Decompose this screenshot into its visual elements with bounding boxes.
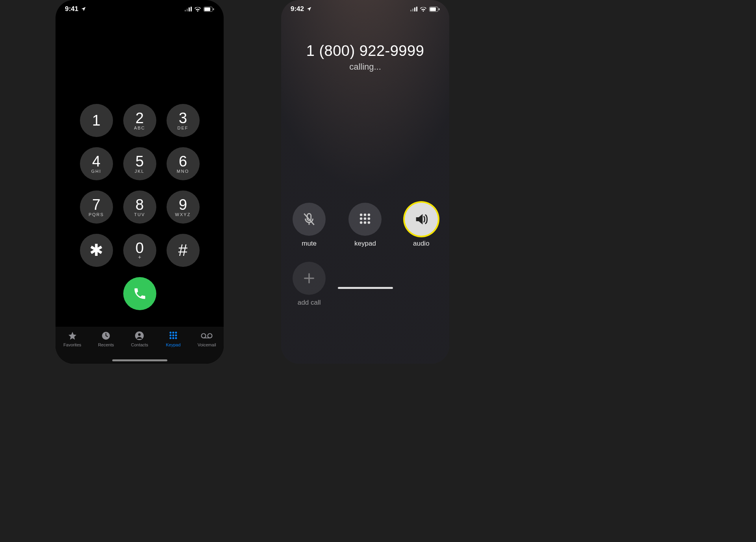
svg-point-19	[202, 334, 206, 338]
tab-label: Keypad	[166, 342, 180, 347]
call-status: calling...	[281, 62, 449, 72]
svg-rect-0	[185, 10, 186, 11]
svg-rect-6	[213, 8, 214, 10]
star-icon	[67, 331, 78, 341]
svg-point-11	[172, 332, 174, 334]
phone-icon	[133, 287, 147, 301]
key-0[interactable]: 0+	[123, 234, 156, 267]
svg-point-16	[169, 337, 171, 339]
location-icon	[81, 6, 86, 12]
svg-point-32	[360, 213, 363, 216]
svg-point-9	[138, 333, 141, 336]
status-bar: 9:42	[281, 0, 449, 18]
svg-point-38	[360, 221, 363, 224]
key-star[interactable]: ✱	[80, 234, 113, 267]
mute-button[interactable]: mute	[293, 203, 326, 248]
tab-voicemail[interactable]: Voicemail	[193, 331, 220, 347]
svg-rect-22	[410, 10, 411, 11]
home-indicator[interactable]	[112, 359, 167, 361]
svg-rect-27	[430, 7, 436, 11]
wifi-icon	[420, 7, 427, 12]
clock-icon	[101, 331, 111, 341]
phone-call-screen: 9:42 1 (800) 922-9999 calling... mute ke…	[281, 0, 449, 364]
tab-contacts[interactable]: Contacts	[126, 331, 153, 347]
tab-keypad[interactable]: Keypad	[159, 331, 187, 347]
status-time: 9:42	[291, 5, 304, 13]
tab-label: Recents	[98, 342, 114, 347]
key-6[interactable]: 6MNO	[167, 147, 200, 180]
key-2[interactable]: 2ABC	[123, 104, 156, 137]
key-9[interactable]: 9WXYZ	[167, 191, 200, 224]
keypad-icon	[358, 213, 372, 226]
svg-rect-5	[204, 7, 210, 11]
voicemail-icon	[201, 331, 213, 341]
svg-point-14	[172, 335, 174, 337]
svg-rect-24	[414, 7, 415, 11]
svg-point-20	[208, 334, 212, 338]
speaker-icon	[413, 211, 429, 227]
status-bar: 9:41	[56, 0, 224, 18]
svg-point-37	[368, 217, 371, 220]
svg-point-12	[175, 332, 177, 334]
svg-point-39	[364, 221, 367, 224]
status-time: 9:41	[65, 5, 78, 13]
cellular-icon	[410, 7, 417, 11]
keypad-button[interactable]: keypad	[348, 203, 382, 248]
svg-rect-23	[412, 9, 413, 11]
svg-point-34	[368, 213, 371, 216]
home-indicator[interactable]	[338, 287, 393, 289]
key-4[interactable]: 4GHI	[80, 147, 113, 180]
tab-label: Contacts	[131, 342, 148, 347]
svg-point-17	[172, 337, 174, 339]
keypad-icon	[169, 331, 178, 341]
dial-button[interactable]	[123, 277, 156, 310]
svg-point-33	[364, 213, 367, 216]
action-label: add call	[298, 299, 321, 307]
svg-point-13	[169, 335, 171, 337]
location-icon	[306, 6, 312, 12]
wifi-icon	[194, 7, 201, 12]
add-call-button[interactable]: add call	[293, 262, 326, 307]
svg-point-10	[169, 332, 171, 334]
key-1[interactable]: 1	[80, 104, 113, 137]
action-label: mute	[302, 240, 317, 248]
key-5[interactable]: 5JKL	[123, 147, 156, 180]
call-actions: mute keypad audio add call FaceTime cont…	[281, 203, 449, 307]
tab-bar: Favorites Recents Contacts Keypad Voicem…	[56, 327, 224, 364]
tab-label: Voicemail	[198, 342, 216, 347]
tab-recents[interactable]: Recents	[92, 331, 120, 347]
cellular-icon	[185, 7, 192, 11]
svg-rect-25	[416, 7, 417, 11]
key-8[interactable]: 8TUV	[123, 191, 156, 224]
keypad: 1 2ABC 3DEF 4GHI 5JKL 6MNO 7PQRS 8TUV 9W…	[56, 104, 224, 310]
tab-label: Favorites	[63, 342, 81, 347]
person-icon	[135, 331, 144, 341]
svg-point-15	[175, 335, 177, 337]
call-number: 1 (800) 922-9999	[281, 43, 449, 59]
battery-icon	[204, 7, 214, 12]
mute-icon	[302, 212, 317, 227]
svg-rect-2	[189, 7, 190, 11]
audio-button[interactable]: audio	[405, 203, 438, 248]
call-header: 1 (800) 922-9999 calling...	[281, 43, 449, 72]
svg-point-40	[368, 221, 371, 224]
svg-point-36	[364, 217, 367, 220]
tab-favorites[interactable]: Favorites	[59, 331, 86, 347]
key-3[interactable]: 3DEF	[167, 104, 200, 137]
key-hash[interactable]: #	[167, 234, 200, 267]
key-7[interactable]: 7PQRS	[80, 191, 113, 224]
battery-icon	[429, 7, 440, 12]
phone-keypad-screen: 9:41 1 2ABC 3DEF	[56, 0, 224, 364]
svg-rect-1	[187, 9, 188, 11]
plus-icon	[302, 272, 316, 285]
svg-point-18	[175, 337, 177, 339]
svg-point-35	[360, 217, 363, 220]
svg-rect-28	[439, 8, 440, 10]
svg-rect-3	[191, 7, 192, 11]
action-label: audio	[413, 240, 430, 248]
action-label: keypad	[354, 240, 376, 248]
